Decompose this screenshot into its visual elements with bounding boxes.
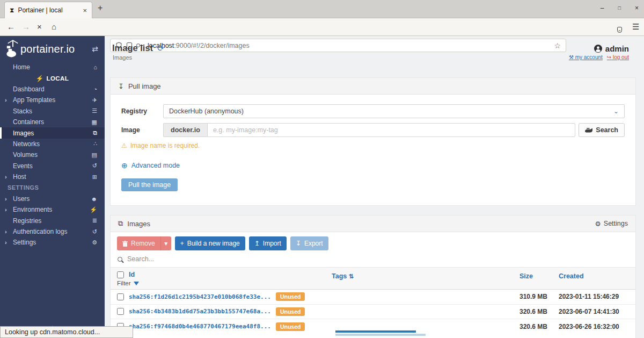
logout-icon: ↪ — [607, 54, 611, 60]
registry-label: Registry — [121, 107, 163, 115]
sidebar-logo[interactable]: portainer.io ⇄ — [0, 36, 105, 61]
image-created: 2023-06-07 14:41:30 — [559, 308, 629, 315]
registry-select[interactable]: DockerHub (anonymous) ⌄ — [163, 104, 625, 118]
row-checkbox[interactable] — [117, 293, 124, 300]
sidebar-item-app-templates[interactable]: › App Templates ✈ — [0, 95, 105, 105]
url-bar[interactable]: localhost:9000/#!/2/docker/images ☆ — [110, 39, 566, 52]
sidebar-item-label: Authentication logs — [13, 228, 67, 235]
layers-icon: ⧉ — [118, 219, 123, 228]
hdd-icon: ▤ — [92, 152, 97, 159]
pull-the-image-button[interactable]: Pull the image — [121, 178, 178, 191]
sidebar-item-networks[interactable]: Networks ∴ — [0, 139, 105, 149]
remove-button[interactable]: Remove — [117, 236, 160, 250]
filter-label: Filter — [117, 280, 131, 286]
gauge-icon: ◔ — [93, 86, 97, 92]
image-id-link[interactable]: sha256:4b3483b1d6d75a23b3bb155747e68a... — [129, 308, 271, 315]
image-id-link[interactable]: sha256:f1d26d1c2195b4237e010b068fe33e... — [129, 293, 271, 300]
sidebar-item-label: Volumes — [13, 151, 38, 159]
window-minimize-button[interactable]: – — [601, 4, 604, 12]
build-new-image-button[interactable]: + Build a new image — [175, 236, 245, 250]
log-out-link[interactable]: ↪ log out — [607, 54, 629, 60]
search-registry-button[interactable]: Search — [579, 123, 625, 137]
sidebar-item-label: Host — [13, 173, 26, 181]
stop-button[interactable]: × — [37, 22, 42, 31]
gears-icon: ⚙ — [92, 239, 97, 246]
window-close-button[interactable]: × — [635, 4, 639, 12]
history-icon: ↺ — [92, 162, 97, 169]
table-row[interactable]: sha256:4b3483b1d6d75a23b3bb155747e68a...… — [111, 305, 635, 320]
network-icon: ∴ — [93, 140, 97, 147]
user-menu[interactable]: admin — [594, 44, 629, 53]
layers-icon: ⧉ — [93, 130, 97, 136]
menu-icon[interactable]: ☰ — [632, 22, 639, 32]
select-all-checkbox[interactable] — [117, 271, 124, 278]
database-icon: ≣ — [92, 217, 97, 224]
pull-image-panel: ↧ Pull image Registry DockerHub (anonymo… — [110, 77, 636, 206]
sidebar-endpoint-local[interactable]: ⚡ LOCAL — [0, 73, 105, 83]
export-button[interactable]: ↧ Export — [290, 236, 328, 250]
bookmark-star-icon[interactable]: ☆ — [554, 41, 561, 50]
sidebar-item-containers[interactable]: Containers ▦ — [0, 117, 105, 127]
sidebar-item-volumes[interactable]: Volumes ▤ — [0, 149, 105, 160]
sidebar-item-settings[interactable]: › Settings ⚙ — [0, 237, 105, 248]
registry-value: DockerHub (anonymous) — [169, 107, 244, 115]
image-name-input[interactable] — [207, 123, 575, 137]
refresh-icon[interactable]: ⟳ — [157, 44, 164, 53]
table-row[interactable]: sha256:f1d26d1c2195b4237e010b068fe33e...… — [111, 290, 635, 305]
sidebar-item-dashboard[interactable]: Dashboard ◔ — [0, 84, 105, 95]
sidebar-item-label: Containers — [13, 118, 44, 126]
column-created[interactable]: Created — [559, 272, 584, 280]
new-tab-button[interactable]: + — [98, 3, 103, 13]
column-tags[interactable]: Tags ⇅ — [332, 272, 354, 280]
download-icon: ↧ — [118, 82, 124, 90]
table-search — [111, 254, 635, 268]
remove-dropdown-caret[interactable]: ▾ — [160, 236, 171, 250]
column-id[interactable]: Id — [129, 271, 135, 278]
sidebar-item-home[interactable]: Home ⌂ — [0, 62, 105, 73]
clipped-row-content — [335, 330, 426, 336]
table-search-input[interactable] — [127, 255, 628, 263]
window-maximize-button[interactable]: □ — [618, 5, 621, 12]
sidebar-item-environments[interactable]: › Environments ⚡ — [0, 204, 105, 215]
chevron-down-icon: ⌄ — [613, 107, 619, 115]
image-prefix-addon: docker.io — [163, 123, 207, 137]
column-size[interactable]: Size — [519, 272, 533, 280]
sidebar-item-authentication-logs[interactable]: › Authentication logs ↺ — [0, 226, 105, 237]
filter-funnel-icon[interactable] — [134, 282, 139, 285]
plug-icon: ⚡ — [90, 206, 97, 213]
sidebar-item-host[interactable]: › Host ⊞ — [0, 171, 105, 182]
my-account-link[interactable]: ⚒ my account — [569, 54, 603, 60]
browser-tab[interactable]: ⧗ Portainer | local × — [4, 2, 92, 18]
home-button[interactable]: ⌂ — [52, 22, 56, 31]
sidebar-item-label: Dashboard — [13, 85, 45, 93]
image-created: 2023-06-26 16:32:00 — [559, 323, 629, 330]
sidebar-menu: Home ⌂ ⚡ LOCAL Dashboard ◔ › App Templat… — [0, 62, 105, 248]
browser-nav-bar: ← → × ⌂ localhost:9000/#!/2/docker/image… — [0, 18, 644, 36]
sidebar-item-label: Users — [13, 195, 30, 203]
rocket-icon: ✈ — [92, 97, 97, 104]
back-button[interactable]: ← — [7, 22, 15, 31]
images-toolbar: Remove ▾ + Build a new image ↥ Import ↧ … — [111, 232, 635, 254]
sidebar-item-images[interactable]: Images ⧉ — [0, 127, 105, 138]
forward-button[interactable]: → — [22, 22, 30, 31]
breadcrumb: Images — [113, 54, 132, 61]
sidebar-item-stacks[interactable]: Stacks ☰ — [0, 106, 105, 117]
sidebar-item-users[interactable]: › Users ☻ — [0, 193, 105, 204]
tab-loading-icon: ⧗ — [10, 6, 14, 14]
download-icon: ↧ — [296, 240, 301, 247]
list-icon: ☰ — [92, 107, 97, 114]
globe-icon: ⊕ — [121, 161, 128, 170]
upload-icon: ↥ — [254, 240, 260, 247]
sidebar-item-registries[interactable]: Registries ≣ — [0, 215, 105, 226]
sidebar-collapse-icon[interactable]: ⇄ — [92, 45, 98, 53]
pocket-icon[interactable]: ⌄ — [617, 24, 622, 33]
sidebar-item-events[interactable]: Events ↺ — [0, 161, 105, 171]
url-text[interactable]: localhost:9000/#!/2/docker/images — [148, 42, 550, 49]
image-id-link[interactable]: sha256:f97468d0b4e468770467179eea48f8... — [129, 323, 271, 330]
import-button[interactable]: ↥ Import — [249, 236, 287, 250]
tab-close-icon[interactable]: × — [83, 6, 87, 15]
table-settings-button[interactable]: ⚙ Settings — [595, 220, 628, 228]
row-checkbox[interactable] — [117, 308, 124, 315]
advanced-mode-link[interactable]: ⊕ Advanced mode — [121, 161, 625, 170]
sidebar-item-label: Networks — [13, 140, 40, 148]
